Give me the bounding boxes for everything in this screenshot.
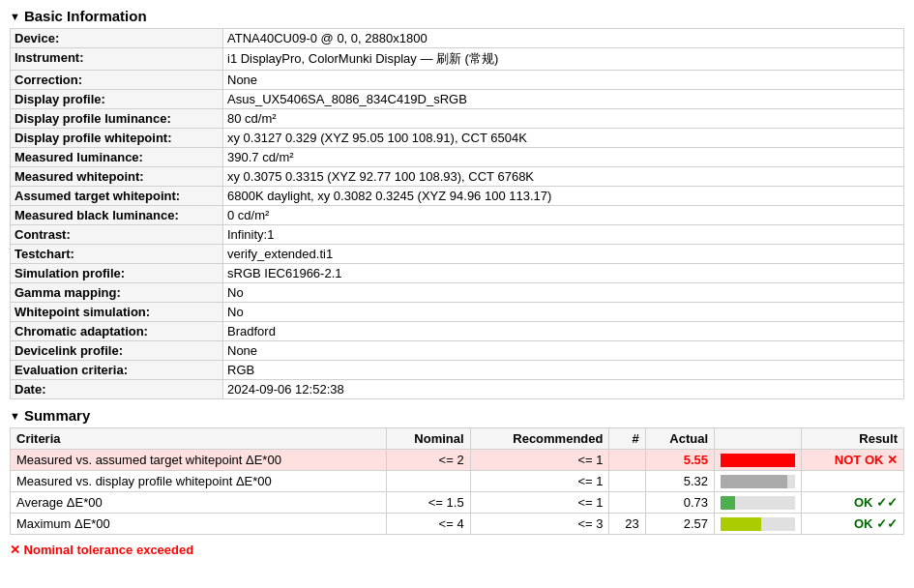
summary-bar (715, 450, 802, 471)
info-value: verify_extended.ti1 (223, 245, 904, 264)
info-value: sRGB IEC61966-2.1 (223, 264, 904, 283)
summary-title: Summary (24, 407, 90, 424)
summary-recommended: <= 1 (470, 450, 609, 471)
info-label: Evaluation criteria: (11, 361, 223, 380)
info-label: Whitepoint simulation: (11, 303, 223, 322)
summary-actual: 2.57 (645, 514, 714, 535)
summary-actual: 0.73 (645, 492, 714, 514)
info-value: xy 0.3075 0.3315 (XYZ 92.77 100 108.93),… (223, 167, 904, 187)
summary-bar (715, 492, 802, 514)
col-result: Result (802, 428, 904, 450)
info-value: Asus_UX5406SA_8086_834C419D_sRGB (223, 90, 904, 109)
info-value: 80 cd/m² (223, 109, 904, 129)
info-label: Measured whitepoint: (11, 167, 223, 187)
info-value: 0 cd/m² (223, 206, 904, 225)
info-value: None (223, 71, 904, 90)
summary-actual: 5.55 (645, 450, 714, 471)
basic-info-title: Basic Information (24, 8, 147, 24)
summary-criteria: Average ΔE*00 (11, 492, 387, 514)
info-label: Display profile luminance: (11, 109, 223, 129)
summary-criteria: Measured vs. display profile whitepoint … (11, 471, 387, 492)
info-label: Instrument: (11, 48, 223, 71)
summary-nominal (386, 471, 470, 492)
info-label: Chromatic adaptation: (11, 322, 223, 341)
summary-recommended: <= 3 (470, 514, 609, 535)
basic-info-table: Device:ATNA40CU09-0 @ 0, 0, 2880x1800Ins… (10, 28, 904, 399)
info-value: 6800K daylight, xy 0.3082 0.3245 (XYZ 94… (223, 187, 904, 206)
info-value: No (223, 303, 904, 322)
info-value: xy 0.3127 0.329 (XYZ 95.05 100 108.91), … (223, 129, 904, 148)
info-label: Measured luminance: (11, 148, 223, 167)
info-value: RGB (223, 361, 904, 380)
info-label: Testchart: (11, 245, 223, 264)
summary-section: ▼ Summary Criteria Nominal Recommended #… (10, 407, 904, 535)
summary-recommended: <= 1 (470, 492, 609, 514)
summary-result: NOT OK ✕ (802, 450, 904, 471)
info-value: Bradford (223, 322, 904, 341)
summary-result (802, 471, 904, 492)
col-criteria: Criteria (11, 428, 387, 450)
info-label: Device: (11, 29, 223, 48)
summary-header: ▼ Summary (10, 407, 904, 424)
info-value: No (223, 283, 904, 303)
info-value: Infinity:1 (223, 225, 904, 245)
summary-nominal: <= 2 (386, 450, 470, 471)
summary-actual: 5.32 (645, 471, 714, 492)
summary-nominal: <= 1.5 (386, 492, 470, 514)
col-actual: Actual (645, 428, 714, 450)
summary-hash (609, 450, 645, 471)
footer-warning: ✕ Nominal tolerance exceeded (10, 543, 904, 557)
col-nominal: Nominal (386, 428, 470, 450)
info-value: ATNA40CU09-0 @ 0, 0, 2880x1800 (223, 29, 904, 48)
summary-nominal: <= 4 (386, 514, 470, 535)
col-hash: # (609, 428, 645, 450)
summary-table: Criteria Nominal Recommended # Actual Re… (10, 427, 904, 535)
info-label: Measured black luminance: (11, 206, 223, 225)
info-value: 390.7 cd/m² (223, 148, 904, 167)
col-bar (715, 428, 802, 450)
summary-bar (715, 514, 802, 535)
summary-result: OK ✓✓ (802, 492, 904, 514)
col-recommended: Recommended (470, 428, 609, 450)
summary-result: OK ✓✓ (802, 514, 904, 535)
basic-information-section: ▼ Basic Information Device:ATNA40CU09-0 … (10, 8, 904, 399)
info-label: Simulation profile: (11, 264, 223, 283)
info-label: Display profile: (11, 90, 223, 109)
info-value: i1 DisplayPro, ColorMunki Display — 刷新 (… (223, 48, 904, 71)
summary-criteria: Maximum ΔE*00 (11, 514, 387, 535)
info-label: Correction: (11, 71, 223, 90)
summary-bar (715, 471, 802, 492)
basic-info-header: ▼ Basic Information (10, 8, 904, 24)
summary-collapse-triangle[interactable]: ▼ (10, 410, 20, 422)
info-label: Date: (11, 380, 223, 399)
summary-hash (609, 471, 645, 492)
info-label: Gamma mapping: (11, 283, 223, 303)
summary-criteria: Measured vs. assumed target whitepoint Δ… (11, 450, 387, 471)
collapse-triangle[interactable]: ▼ (10, 11, 20, 22)
info-label: Assumed target whitepoint: (11, 187, 223, 206)
info-label: Display profile whitepoint: (11, 129, 223, 148)
info-label: Contrast: (11, 225, 223, 245)
info-value: None (223, 341, 904, 361)
summary-hash (609, 492, 645, 514)
info-label: Devicelink profile: (11, 341, 223, 361)
summary-recommended: <= 1 (470, 471, 609, 492)
info-value: 2024-09-06 12:52:38 (223, 380, 904, 399)
summary-hash: 23 (609, 514, 645, 535)
